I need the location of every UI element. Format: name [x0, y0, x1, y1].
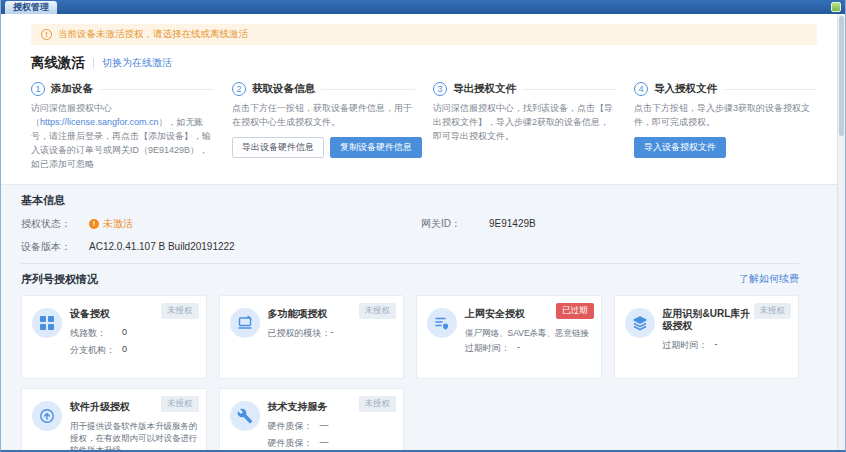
license-info-section: 基本信息 授权状态： ! 未激活 网关ID： 9E91429B — [1, 184, 845, 450]
copy-hardware-info-button[interactable]: 复制设备硬件信息 — [330, 137, 422, 158]
security-doc-icon — [427, 308, 457, 338]
divider — [321, 89, 415, 90]
vertical-scrollbar[interactable] — [837, 14, 845, 450]
layers-icon — [625, 308, 655, 338]
status-badge: 未授权 — [359, 303, 397, 319]
status-badge: 未授权 — [161, 396, 199, 412]
step-title: 导出授权文件 — [453, 82, 516, 96]
step-get-device-info: 2 获取设备信息 点击下方任一按钮，获取设备硬件信息，用于在授权中心生成授权文件… — [232, 82, 415, 172]
step-title: 导入授权文件 — [654, 82, 717, 96]
license-cards: 未授权 设备授权 线路数：0 分支机构：0 未授权 — [21, 295, 799, 450]
card-app-url-upgrade-license: 未授权 应用识别&URL库升级授权 过期时间：- — [614, 295, 800, 379]
status-badge: ! 未激活 — [89, 217, 133, 231]
page: ! 当前设备未激活授权，请选择在线或离线激活 离线激活 切换为在线激活 1 添加… — [1, 14, 845, 450]
status-badge: 未授权 — [754, 303, 792, 319]
modules-icon — [230, 308, 260, 338]
serial-section-title: 序列号授权情况 — [21, 272, 98, 287]
step-export-license-file: 3 导出授权文件 访问深信服授权中心，找到该设备，点击【导出授权文件】，导入步骤… — [433, 82, 616, 172]
basic-info-fields: 授权状态： ! 未激活 网关ID： 9E91429B 设备版本： AC1 — [21, 217, 799, 254]
app-window: 授权管理 ! 当前设备未激活授权，请选择在线或离线激活 离线激活 切换为在线激活… — [0, 0, 846, 452]
card-title: 多功能项授权 — [268, 308, 360, 320]
upgrade-icon — [32, 401, 62, 431]
not-activated-banner: ! 当前设备未激活授权，请选择在线或离线激活 — [31, 24, 817, 45]
renew-help-link[interactable]: 了解如何续费 — [739, 272, 799, 286]
card-title: 上网安全授权 — [465, 308, 557, 320]
status-badge: 未授权 — [161, 303, 199, 319]
activation-heading-row: 离线激活 切换为在线激活 — [31, 54, 817, 72]
card-multifunction-license: 未授权 多功能项授权 已授权的模块：- — [219, 295, 405, 379]
banner-text: 当前设备未激活授权，请选择在线或离线激活 — [58, 28, 248, 41]
wrench-icon — [230, 401, 260, 431]
switch-online-activation-link[interactable]: 切换为在线激活 — [102, 56, 172, 70]
serial-section-header: 序列号授权情况 了解如何续费 — [21, 272, 799, 287]
step-description: 点击下方任一按钮，获取设备硬件信息，用于在授权中心生成授权文件。 — [232, 102, 415, 130]
divider — [21, 263, 799, 264]
step-number: 1 — [31, 82, 45, 96]
step-title: 添加设备 — [51, 82, 93, 96]
card-software-upgrade-license: 未授权 软件升级授权 用于提供设备软件版本升级服务的授权，在有效期内可以对设备进… — [21, 388, 207, 450]
card-title: 软件升级授权 — [70, 401, 162, 413]
basic-info-title: 基本信息 — [21, 193, 799, 208]
divider — [522, 89, 616, 90]
titlebar-corner-icon[interactable] — [831, 2, 841, 12]
gateway-id-field: 网关ID： 9E91429B — [421, 217, 536, 231]
step-description: 访问深信服授权中心，找到该设备，点击【导出授权文件】，导入步骤2获取的设备信息，… — [433, 102, 616, 144]
step-import-license-file: 4 导入授权文件 点击下方按钮，导入步骤3获取的设备授权文件，即可完成授权。 导… — [634, 82, 817, 172]
offline-activation-section: ! 当前设备未激活授权，请选择在线或离线激活 离线激活 切换为在线激活 1 添加… — [1, 14, 845, 184]
license-status-field: 授权状态： ! 未激活 — [21, 217, 421, 231]
import-license-file-button[interactable]: 导入设备授权文件 — [634, 137, 726, 158]
divider — [723, 89, 817, 90]
card-device-license: 未授权 设备授权 线路数：0 分支机构：0 — [21, 295, 207, 379]
step-description: 访问深信服授权中心（https://license.sangfor.com.cn… — [31, 102, 214, 172]
card-internet-security-license: 已过期 上网安全授权 僵尸网络、SAVE杀毒、恶意链接 过期时间：- — [416, 295, 602, 379]
divider — [93, 58, 94, 69]
grid-icon — [32, 308, 62, 338]
card-description: 用于提供设备软件版本升级服务的授权，在有效期内可以对设备进行软件版本升级。 — [70, 420, 198, 450]
warning-dot-icon: ! — [89, 219, 99, 229]
card-title: 应用识别&URL库升级授权 — [663, 308, 755, 332]
tab-authorization-management[interactable]: 授权管理 — [5, 1, 57, 14]
card-description: 僵尸网络、SAVE杀毒、恶意链接 — [465, 327, 593, 339]
device-version-field: 设备版本： AC12.0.41.107 B Build20191222 — [21, 240, 421, 254]
step-number: 2 — [232, 82, 246, 96]
page-title: 离线激活 — [31, 54, 85, 72]
card-title: 设备授权 — [70, 308, 162, 320]
status-badge: 已过期 — [556, 303, 594, 319]
card-tech-support-service: 未授权 技术支持服务 硬件质保：— 硬件质保：— 硬件质保未授权或网络问题导致连… — [219, 388, 405, 450]
activation-steps: 1 添加设备 访问深信服授权中心（https://license.sangfor… — [31, 82, 817, 172]
step-number: 4 — [634, 82, 648, 96]
license-center-link[interactable]: https://license.sangfor.com.cn — [40, 117, 159, 127]
info-icon: ! — [41, 29, 52, 40]
step-description: 点击下方按钮，导入步骤3获取的设备授权文件，即可完成授权。 — [634, 102, 817, 130]
titlebar: 授权管理 — [1, 0, 845, 14]
tab-label: 授权管理 — [13, 1, 49, 14]
scrollbar-thumb[interactable] — [839, 16, 844, 136]
status-badge: 未授权 — [359, 396, 397, 412]
export-hardware-info-button[interactable]: 导出设备硬件信息 — [232, 137, 324, 158]
step-number: 3 — [433, 82, 447, 96]
card-title: 技术支持服务 — [268, 401, 360, 413]
divider — [99, 89, 214, 90]
step-title: 获取设备信息 — [252, 82, 315, 96]
step-add-device: 1 添加设备 访问深信服授权中心（https://license.sangfor… — [31, 82, 214, 172]
